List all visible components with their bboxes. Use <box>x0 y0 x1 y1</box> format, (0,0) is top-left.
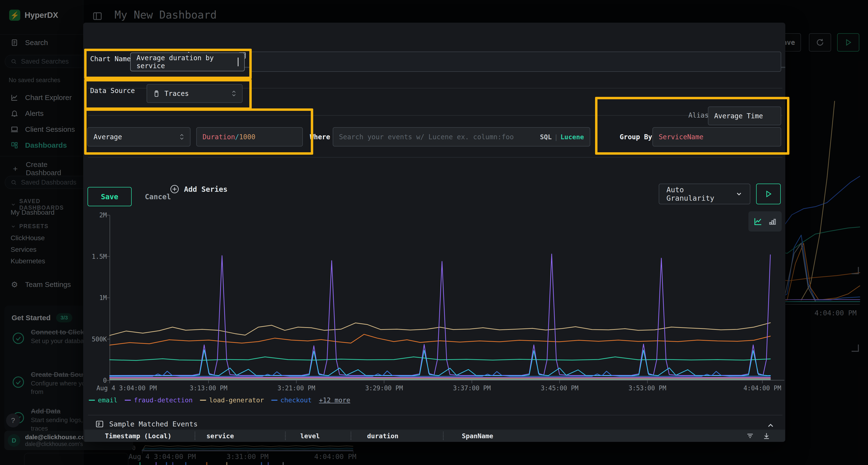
data-source-select[interactable]: Traces <box>147 84 243 103</box>
events-table-header: Timestamp (Local) service level duration… <box>84 430 785 442</box>
y-tick-label: 500K <box>92 336 107 343</box>
chart-name-input[interactable]: Average duration by service <box>130 53 245 71</box>
series-payment <box>110 350 770 376</box>
x-tick-label: 3:53:00 PM <box>628 385 666 392</box>
legend-item-load-generator[interactable]: load-generator <box>200 396 264 404</box>
granularity-select[interactable]: Auto Granularity <box>659 184 750 204</box>
legend-dash-icon <box>89 400 95 401</box>
where-label: Where <box>310 133 330 141</box>
divider <box>88 115 782 115</box>
list-icon <box>95 420 104 428</box>
x-tick-label: 3:37:00 PM <box>453 385 491 392</box>
legend-dash-icon <box>125 400 131 401</box>
y-tick-label: 2M <box>99 211 107 219</box>
column-header[interactable]: duration <box>367 432 398 440</box>
series-email <box>110 357 770 360</box>
play-icon <box>764 190 773 198</box>
chevron-down-icon <box>735 190 743 198</box>
filter-icon[interactable] <box>746 432 754 440</box>
select-chevrons-icon <box>179 134 184 140</box>
column-separator[interactable] <box>350 432 351 440</box>
select-chevrons-icon <box>231 90 236 97</box>
column-header[interactable]: Timestamp (Local) <box>105 432 172 440</box>
chart-name-label: Chart Name <box>90 55 131 63</box>
x-tick-label: 3:29:00 PM <box>365 385 403 392</box>
chart-name-input-extension[interactable] <box>251 52 781 72</box>
x-tick-label: 3:13:00 PM <box>190 385 227 392</box>
data-source-label: Data Source <box>90 87 135 95</box>
series-frontend <box>110 334 770 345</box>
aggregation-fn-select[interactable]: Average <box>87 127 190 146</box>
add-series-button[interactable]: Add Series <box>170 185 227 194</box>
group-by-input[interactable]: ServiceName <box>652 127 781 146</box>
sample-matched-events-header: Sample Matched Events <box>95 420 198 428</box>
x-tick-label: 4:04:00 PM <box>744 385 781 392</box>
y-tick-label: 0 <box>103 377 107 384</box>
run-chart-button[interactable] <box>756 184 781 204</box>
legend-dash-icon <box>200 400 206 401</box>
divider <box>88 415 782 416</box>
collapse-section-button[interactable] <box>766 421 775 430</box>
legend-item-checkout[interactable]: checkout <box>271 396 312 404</box>
where-search-input[interactable]: Search your events w/ Lucene ex. column:… <box>333 127 590 146</box>
group-by-label: Group By <box>620 133 652 141</box>
data-source-icon <box>153 90 160 97</box>
y-tick-label: 1M <box>99 294 107 301</box>
column-header[interactable]: level <box>300 432 320 440</box>
preview-chart: 0500K1M1.5M2M Aug 4 3:04:00 PM3:13:00 PM… <box>110 215 770 380</box>
legend-item-fraud-detection[interactable]: fraud-detection <box>125 396 193 404</box>
column-separator[interactable] <box>443 432 444 440</box>
divider <box>88 157 782 158</box>
chart-legend: emailfraud-detectionload-generatorchecko… <box>89 396 350 404</box>
series-load-generator <box>110 323 770 336</box>
save-button[interactable]: Save <box>88 187 132 206</box>
alias-label: Alias <box>688 111 709 119</box>
cancel-button[interactable]: Cancel <box>141 187 175 206</box>
alias-input[interactable]: Average Time <box>708 106 781 125</box>
legend-item-email[interactable]: email <box>89 396 117 404</box>
text-cursor <box>238 58 239 66</box>
column-separator[interactable] <box>194 432 195 440</box>
edit-chart-modal: Line/Bar Table 123 Number Search Markdow… <box>83 23 785 442</box>
sql-lucene-toggle[interactable]: SQL|Lucene <box>540 133 584 141</box>
series-other-4 <box>110 379 770 379</box>
y-tick-label: 1.5M <box>92 253 107 260</box>
x-tick-label: Aug 4 3:04:00 PM <box>96 385 157 392</box>
series-fraud-detection <box>110 254 770 375</box>
column-separator[interactable] <box>285 432 286 440</box>
download-icon[interactable] <box>763 432 771 440</box>
column-header[interactable]: SpanName <box>462 432 493 440</box>
x-tick-label: 3:45:00 PM <box>541 385 579 392</box>
legend-more-link[interactable]: +12 more <box>319 396 350 404</box>
legend-dash-icon <box>271 400 278 401</box>
x-tick-label: 3:21:00 PM <box>278 385 315 392</box>
column-header[interactable]: service <box>207 432 234 440</box>
aggregation-expr-input[interactable]: Duration/1000 <box>196 127 303 146</box>
chevron-up-icon <box>766 421 775 430</box>
